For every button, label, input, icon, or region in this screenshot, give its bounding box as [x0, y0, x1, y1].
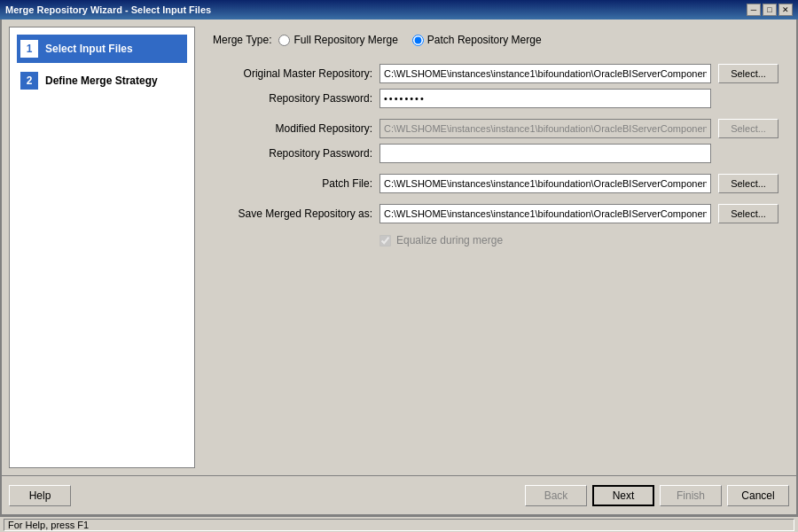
- modified-repo-password-input[interactable]: [379, 144, 711, 163]
- original-repo-password-label: Repository Password:: [213, 92, 372, 105]
- modified-repo-label: Modified Repository:: [213, 122, 372, 135]
- step-1-label: Select Input Files: [45, 43, 133, 55]
- bottom-bar: Help Back Next Finish Cancel: [2, 475, 796, 514]
- original-master-repo-row: Original Master Repository: Select...: [213, 64, 778, 83]
- equalize-checkbox[interactable]: [379, 235, 391, 246]
- help-button[interactable]: Help: [9, 485, 71, 506]
- original-master-repo-select-button[interactable]: Select...: [718, 64, 778, 83]
- status-panel: For Help, press F1: [4, 519, 794, 531]
- bottom-left: Help: [9, 485, 525, 506]
- step-1-item[interactable]: 1 Select Input Files: [17, 35, 187, 63]
- patch-repo-merge-option[interactable]: Patch Repository Merge: [412, 34, 542, 46]
- modified-repo-section: Modified Repository: Select... Repositor…: [213, 119, 778, 163]
- original-master-repo-label: Original Master Repository:: [213, 67, 372, 80]
- save-merged-repo-section: Save Merged Repository as: Select...: [213, 204, 778, 223]
- step-2-item[interactable]: 2 Define Merge Strategy: [17, 66, 187, 95]
- merge-type-radio-group: Full Repository Merge Patch Repository M…: [278, 34, 541, 46]
- content-area: 1 Select Input Files 2 Define Merge Stra…: [2, 20, 796, 475]
- step-2-label: Define Merge Strategy: [45, 74, 158, 87]
- patch-repo-merge-radio[interactable]: [412, 35, 424, 46]
- save-merged-repo-row: Save Merged Repository as: Select...: [213, 204, 778, 223]
- equalize-checkbox-row: Equalize during merge: [379, 234, 778, 246]
- title-bar: Merge Repository Wizard - Select Input F…: [0, 0, 798, 20]
- modified-repo-password-label: Repository Password:: [213, 147, 372, 160]
- equalize-label: Equalize during merge: [396, 234, 503, 246]
- save-merged-repo-label: Save Merged Repository as:: [213, 207, 372, 220]
- save-merged-repo-input[interactable]: [379, 204, 711, 223]
- close-button[interactable]: ✕: [778, 4, 793, 16]
- patch-repo-merge-label: Patch Repository Merge: [427, 34, 542, 46]
- status-text: For Help, press F1: [8, 520, 89, 530]
- right-panel: Merge Type: Full Repository Merge Patch …: [202, 27, 789, 468]
- patch-file-section: Patch File: Select...: [213, 174, 778, 193]
- dialog: 1 Select Input Files 2 Define Merge Stra…: [0, 20, 798, 516]
- original-repo-password-input[interactable]: [379, 89, 711, 108]
- full-repo-merge-radio[interactable]: [278, 35, 290, 46]
- modified-repo-input[interactable]: [379, 119, 711, 138]
- next-button[interactable]: Next: [592, 485, 654, 506]
- original-master-repo-section: Original Master Repository: Select... Re…: [213, 64, 778, 108]
- patch-file-input[interactable]: [379, 174, 711, 193]
- save-merged-repo-select-button[interactable]: Select...: [718, 204, 778, 223]
- step-2-number: 2: [20, 72, 38, 90]
- modified-repo-select-button: Select...: [718, 119, 778, 138]
- minimize-button[interactable]: ─: [747, 4, 761, 16]
- original-repo-password-row: Repository Password:: [213, 89, 778, 108]
- modified-repo-row: Modified Repository: Select...: [213, 119, 778, 138]
- bottom-right: Back Next Finish Cancel: [525, 485, 789, 506]
- title-bar-text: Merge Repository Wizard - Select Input F…: [5, 4, 211, 15]
- step-1-number: 1: [20, 40, 38, 58]
- patch-file-row: Patch File: Select...: [213, 174, 778, 193]
- cancel-button[interactable]: Cancel: [727, 485, 789, 506]
- patch-file-select-button[interactable]: Select...: [718, 174, 778, 193]
- status-bar: For Help, press F1: [0, 516, 798, 532]
- merge-type-label: Merge Type:: [213, 34, 271, 46]
- patch-file-label: Patch File:: [213, 177, 372, 190]
- maximize-button[interactable]: □: [763, 4, 777, 16]
- back-button[interactable]: Back: [525, 485, 587, 506]
- merge-type-row: Merge Type: Full Repository Merge Patch …: [213, 34, 778, 46]
- full-repo-merge-label: Full Repository Merge: [293, 34, 397, 46]
- finish-button[interactable]: Finish: [660, 485, 722, 506]
- title-bar-buttons: ─ □ ✕: [747, 4, 793, 16]
- original-master-repo-input[interactable]: [379, 64, 711, 83]
- left-panel: 1 Select Input Files 2 Define Merge Stra…: [9, 27, 195, 468]
- modified-repo-password-row: Repository Password:: [213, 144, 778, 163]
- full-repo-merge-option[interactable]: Full Repository Merge: [278, 34, 397, 46]
